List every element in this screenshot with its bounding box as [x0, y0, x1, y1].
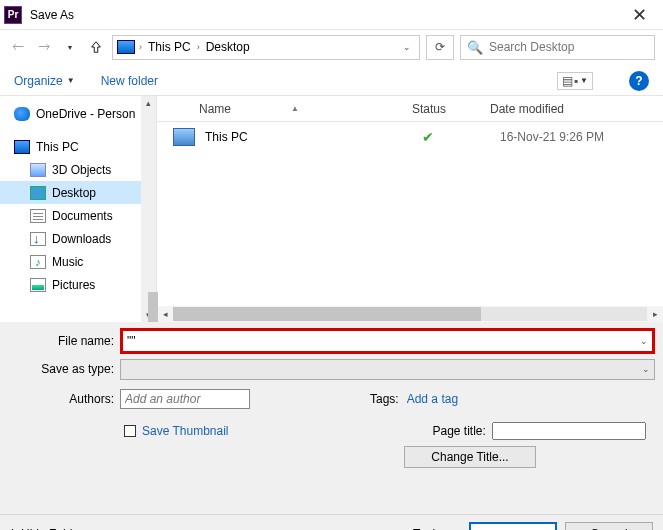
tree-desktop[interactable]: Desktop: [0, 181, 156, 204]
sort-up-icon: ▲: [291, 104, 299, 113]
file-name-field[interactable]: ⌄: [120, 328, 655, 354]
column-date[interactable]: Date modified: [490, 102, 663, 116]
back-button[interactable]: 🡐: [8, 37, 28, 57]
cancel-button[interactable]: Cancel: [565, 522, 653, 531]
tree-pictures[interactable]: Pictures: [0, 273, 156, 296]
search-input[interactable]: 🔍 Search Desktop: [460, 35, 655, 60]
column-status[interactable]: Status: [412, 102, 490, 116]
change-title-button[interactable]: Change Title...: [404, 446, 536, 468]
file-name-label: File name:: [8, 334, 120, 348]
authors-label: Authors:: [8, 392, 120, 406]
new-folder-button[interactable]: New folder: [101, 74, 158, 88]
item-date: 16-Nov-21 9:26 PM: [500, 130, 604, 144]
breadcrumb-this-pc[interactable]: This PC: [146, 40, 193, 54]
address-bar[interactable]: › This PC › Desktop ⌄: [112, 35, 420, 60]
tools-menu[interactable]: Tools▼: [413, 527, 455, 531]
pc-icon: [117, 40, 135, 54]
document-icon: [30, 209, 46, 223]
nav-tree: OneDrive - Person This PC 3D Objects Des…: [0, 96, 157, 322]
chevron-down-icon: ⌄: [642, 364, 650, 374]
close-icon[interactable]: ✕: [619, 4, 659, 26]
status-badge: ✔: [422, 129, 500, 145]
tree-downloads[interactable]: Downloads: [0, 227, 156, 250]
hide-folders-toggle[interactable]: ˄ Hide Folders: [10, 527, 89, 531]
cube-icon: [30, 163, 46, 177]
chevron-down-icon[interactable]: ⌄: [640, 336, 648, 346]
horizontal-scrollbar[interactable]: ◂▸: [157, 306, 663, 322]
refresh-button[interactable]: ⟳: [426, 35, 454, 60]
page-title-input[interactable]: [492, 422, 646, 440]
chevron-right-icon: ›: [139, 42, 142, 52]
save-type-dropdown[interactable]: ⌄: [120, 359, 655, 380]
file-list: Name▲ Status Date modified This PC ✔ 16-…: [157, 96, 663, 322]
tree-onedrive[interactable]: OneDrive - Person: [0, 102, 156, 125]
tree-this-pc[interactable]: This PC: [0, 135, 156, 158]
pc-icon: [173, 128, 195, 146]
tree-scrollbar[interactable]: ▴▾: [141, 96, 156, 322]
desktop-icon: [30, 186, 46, 200]
tree-3d-objects[interactable]: 3D Objects: [0, 158, 156, 181]
pc-icon: [14, 140, 30, 154]
window-title: Save As: [30, 8, 619, 22]
recent-dropdown[interactable]: ▾: [60, 37, 80, 57]
search-icon: 🔍: [467, 40, 483, 55]
save-thumbnail-label: Save Thumbnail: [142, 424, 229, 438]
add-tag-link[interactable]: Add a tag: [407, 392, 458, 406]
forward-button: 🡒: [34, 37, 54, 57]
help-icon[interactable]: ?: [629, 71, 649, 91]
authors-input[interactable]: [120, 389, 250, 409]
page-title-label: Page title:: [433, 424, 486, 438]
tree-documents[interactable]: Documents: [0, 204, 156, 227]
up-button[interactable]: [86, 37, 106, 57]
organize-menu[interactable]: Organize▼: [14, 74, 75, 88]
tags-label: Tags:: [370, 392, 399, 406]
tree-music[interactable]: ♪Music: [0, 250, 156, 273]
save-button[interactable]: Save: [469, 522, 557, 531]
item-name: This PC: [205, 130, 422, 144]
app-icon: Pr: [4, 6, 22, 24]
chevron-down-icon[interactable]: ⌄: [403, 42, 411, 52]
save-thumbnail-checkbox[interactable]: [124, 425, 136, 437]
chevron-right-icon: ›: [197, 42, 200, 52]
cloud-icon: [14, 107, 30, 121]
music-icon: ♪: [30, 255, 46, 269]
search-placeholder: Search Desktop: [489, 40, 574, 54]
file-name-input[interactable]: [127, 334, 640, 348]
download-icon: [30, 232, 46, 246]
save-type-label: Save as type:: [8, 362, 120, 376]
picture-icon: [30, 278, 46, 292]
list-item[interactable]: This PC ✔ 16-Nov-21 9:26 PM: [157, 122, 663, 152]
view-options[interactable]: ▤▪▼: [557, 72, 593, 90]
column-name[interactable]: Name▲: [157, 102, 412, 116]
breadcrumb-desktop[interactable]: Desktop: [204, 40, 252, 54]
